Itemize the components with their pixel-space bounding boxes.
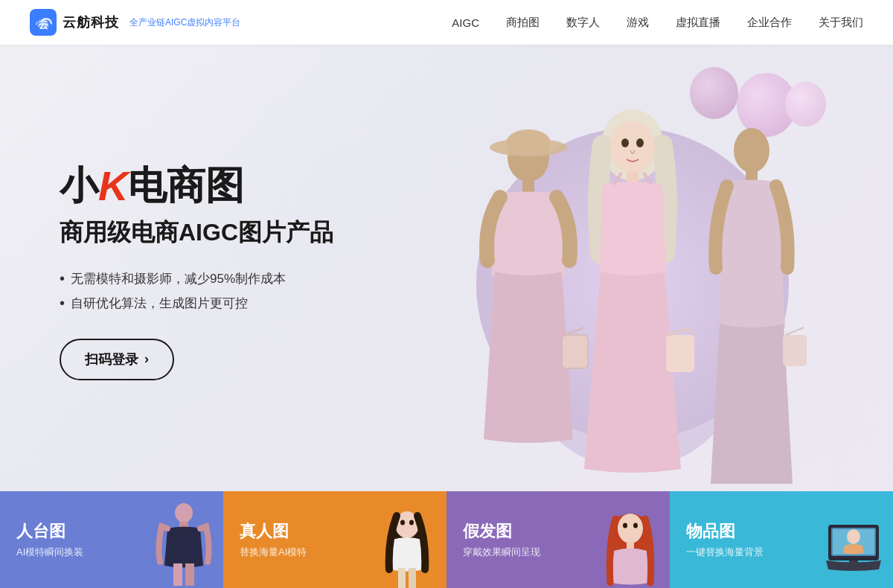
- cards-section: 人台图 AI模特瞬间换装 真人图 替换海量AI模特: [0, 491, 893, 588]
- cta-scan-button[interactable]: 扫码登录 ›: [60, 339, 174, 380]
- cta-label: 扫码登录: [85, 351, 138, 368]
- nav-aigc[interactable]: AIGC: [452, 16, 479, 29]
- cta-chevron-icon: ›: [144, 351, 149, 367]
- nav-enterprise[interactable]: 企业合作: [747, 16, 792, 30]
- hero-title-part2: 电商图: [128, 164, 244, 207]
- card-product[interactable]: 物品图 一键替换海量背景: [670, 491, 893, 588]
- card-mannequin[interactable]: 人台图 AI模特瞬间换装: [0, 491, 223, 588]
- svg-rect-16: [666, 335, 694, 372]
- cloud-logo-icon: 云: [30, 9, 57, 36]
- hero-image-area: [402, 60, 863, 484]
- hero-title-part1: 小: [60, 164, 98, 207]
- svg-rect-38: [849, 560, 858, 564]
- svg-point-10: [610, 121, 655, 173]
- nav-product[interactable]: 商拍图: [506, 16, 540, 30]
- svg-point-5: [506, 130, 551, 156]
- header: 云 云舫科技 全产业链AIGC虚拟内容平台 AIGC 商拍图 数字人 游戏 虚拟…: [0, 0, 893, 45]
- brand-area: 云 云舫科技 全产业链AIGC虚拟内容平台: [30, 9, 240, 36]
- card-1-subtitle: AI模特瞬间换装: [16, 546, 207, 559]
- brand-tagline: 全产业链AIGC虚拟内容平台: [129, 16, 240, 29]
- svg-line-8: [566, 327, 584, 335]
- svg-line-20: [786, 327, 804, 335]
- svg-rect-19: [783, 335, 807, 366]
- hero-bullet-1: 无需模特和摄影师，减少95%制作成本: [60, 270, 333, 287]
- fashion-figures: [424, 104, 841, 484]
- card-1-title: 人台图: [16, 520, 207, 543]
- hero-content: 小 K 电商图 商用级电商AIGC图片产品 无需模特和摄影师，减少95%制作成本…: [60, 163, 333, 380]
- svg-rect-23: [173, 563, 182, 586]
- hero-title-k: K: [98, 163, 128, 209]
- card-3-title: 假发图: [463, 520, 653, 543]
- card-wig[interactable]: 假发图 穿戴效果瞬间呈现: [446, 491, 670, 588]
- nav-virtual-live[interactable]: 虚拟直播: [676, 16, 720, 30]
- hero-title: 小 K 电商图: [60, 163, 333, 209]
- nav-game[interactable]: 游戏: [627, 16, 649, 30]
- card-3-subtitle: 穿戴效果瞬间呈现: [463, 546, 653, 559]
- nav-about[interactable]: 关于我们: [819, 16, 863, 30]
- card-3-text: 假发图 穿戴效果瞬间呈现: [463, 520, 653, 559]
- brand-name: 云舫科技: [63, 13, 119, 31]
- hero-subtitle: 商用级电商AIGC图片产品: [60, 217, 333, 249]
- card-4-title: 物品图: [686, 520, 877, 543]
- main-nav: AIGC 商拍图 数字人 游戏 虚拟直播 企业合作 关于我们: [452, 16, 863, 30]
- svg-text:云: 云: [39, 19, 48, 31]
- card-4-text: 物品图 一键替换海量背景: [686, 520, 877, 559]
- hero-bullets-list: 无需模特和摄影师，减少95%制作成本 自研优化算法，生成图片更可控: [60, 270, 333, 312]
- svg-rect-24: [185, 563, 194, 586]
- hero-section: 小 K 电商图 商用级电商AIGC图片产品 无需模特和摄影师，减少95%制作成本…: [0, 45, 893, 499]
- card-4-subtitle: 一键替换海量背景: [686, 546, 877, 559]
- svg-point-11: [621, 138, 629, 147]
- card-real-person[interactable]: 真人图 替换海量AI模特: [223, 491, 446, 588]
- card-2-subtitle: 替换海量AI模特: [240, 546, 430, 559]
- nav-digital-human[interactable]: 数字人: [566, 16, 600, 30]
- card-2-text: 真人图 替换海量AI模特: [240, 520, 430, 559]
- card-2-title: 真人图: [240, 520, 430, 543]
- svg-rect-28: [398, 568, 406, 588]
- svg-rect-29: [409, 568, 416, 588]
- svg-point-12: [636, 138, 644, 147]
- hero-bullet-2: 自研优化算法，生成图片更可控: [60, 295, 333, 312]
- svg-rect-7: [562, 335, 588, 368]
- svg-point-17: [734, 128, 769, 173]
- card-1-text: 人台图 AI模特瞬间换装: [16, 520, 207, 559]
